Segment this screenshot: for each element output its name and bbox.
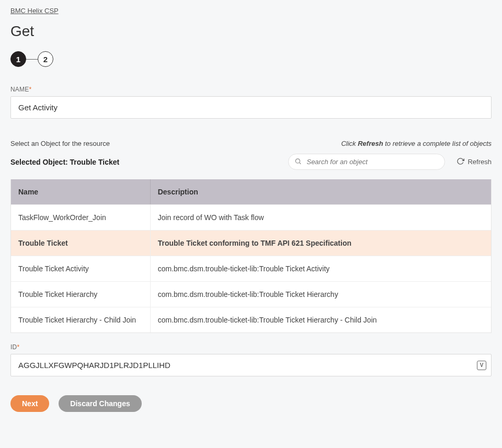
refresh-icon [457, 157, 464, 167]
table-row[interactable]: Trouble Ticket Hierarchycom.bmc.dsm.trou… [11, 282, 491, 307]
step-line [26, 59, 38, 60]
step-2[interactable]: 2 [38, 51, 53, 67]
table-row[interactable]: Trouble TicketTrouble Ticket conforming … [11, 231, 491, 256]
stepper: 1 2 [10, 51, 492, 67]
object-table: Name Description TaskFlow_WorkOrder_Join… [10, 179, 492, 333]
step-1[interactable]: 1 [10, 51, 26, 67]
breadcrumb-link[interactable]: BMC Helix CSP [10, 7, 59, 15]
cell-name: Trouble Ticket Activity [11, 256, 150, 282]
col-header-name[interactable]: Name [11, 179, 150, 204]
cell-name: Trouble Ticket Hierarchy [11, 282, 150, 307]
cell-desc: com.bmc.dsm.trouble-ticket-lib:Trouble T… [150, 256, 491, 282]
page-title: Get [10, 23, 492, 40]
refresh-button[interactable]: Refresh [457, 157, 492, 167]
selected-object-label: Selected Object: Trouble Ticket [10, 158, 119, 166]
table-row[interactable]: Trouble Ticket Activitycom.bmc.dsm.troub… [11, 256, 491, 282]
cell-name: Trouble Ticket Hierarchy - Child Join [11, 307, 150, 333]
object-prompt: Select an Object for the resource [10, 140, 110, 147]
refresh-hint: Click Refresh to retrieve a complete lis… [341, 140, 492, 147]
table-row[interactable]: TaskFlow_WorkOrder_JoinJoin record of WO… [11, 205, 491, 231]
id-input[interactable] [10, 354, 492, 376]
next-button[interactable]: Next [10, 395, 49, 412]
cell-desc: Trouble Ticket conforming to TMF API 621… [150, 231, 491, 256]
search-input[interactable] [288, 154, 445, 170]
name-input[interactable] [10, 96, 492, 119]
refresh-label: Refresh [467, 158, 492, 166]
cell-name: Trouble Ticket [11, 231, 150, 256]
svg-line-1 [300, 163, 301, 164]
discard-button[interactable]: Discard Changes [59, 395, 141, 412]
col-header-desc[interactable]: Description [150, 179, 491, 204]
variable-icon[interactable]: V [477, 361, 486, 370]
table-row[interactable]: Trouble Ticket Hierarchy - Child Joincom… [11, 307, 491, 333]
cell-desc: com.bmc.dsm.trouble-ticket-lib:Trouble T… [150, 282, 491, 307]
id-label: ID* [10, 343, 492, 351]
cell-name: TaskFlow_WorkOrder_Join [11, 205, 150, 231]
name-label: NAME* [10, 86, 492, 93]
search-icon [294, 157, 302, 166]
cell-desc: Join record of WO with Task flow [150, 205, 491, 231]
cell-desc: com.bmc.dsm.trouble-ticket-lib:Trouble T… [150, 307, 491, 333]
svg-point-0 [296, 158, 300, 163]
